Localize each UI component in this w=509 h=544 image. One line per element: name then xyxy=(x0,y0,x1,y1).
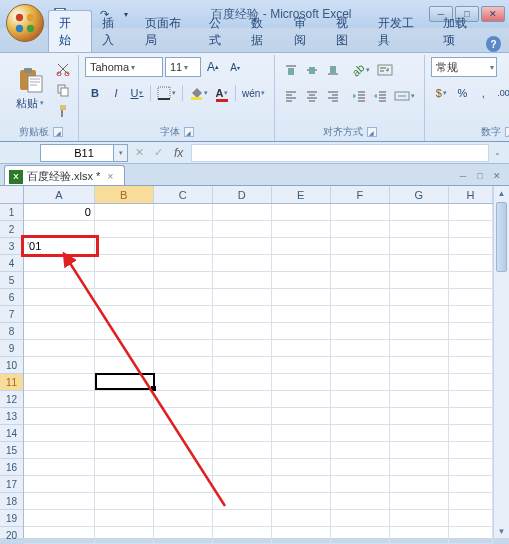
cell-G16[interactable] xyxy=(390,459,449,475)
cell-G1[interactable] xyxy=(390,204,449,220)
wb-minimize[interactable]: ─ xyxy=(455,169,471,183)
cell-H11[interactable] xyxy=(449,374,493,390)
cell-A11[interactable] xyxy=(24,374,95,390)
cell-H14[interactable] xyxy=(449,425,493,441)
increase-decimal-button[interactable]: .00→.0 xyxy=(494,83,509,103)
border-button[interactable]: ▾ xyxy=(154,83,179,103)
cell-G20[interactable] xyxy=(390,527,449,543)
tab-view[interactable]: 视图 xyxy=(326,11,368,52)
cell-G5[interactable] xyxy=(390,272,449,288)
cell-F4[interactable] xyxy=(331,255,390,271)
wb-close[interactable]: ✕ xyxy=(489,169,505,183)
cell-G10[interactable] xyxy=(390,357,449,373)
cell-H16[interactable] xyxy=(449,459,493,475)
cell-G2[interactable] xyxy=(390,221,449,237)
cell-H1[interactable] xyxy=(449,204,493,220)
cell-E20[interactable] xyxy=(272,527,331,543)
font-launcher[interactable]: ◢ xyxy=(184,127,194,137)
cell-A4[interactable] xyxy=(24,255,95,271)
cell-C17[interactable] xyxy=(154,476,213,492)
cell-B12[interactable] xyxy=(95,391,154,407)
scroll-up-arrow[interactable]: ▲ xyxy=(494,186,509,200)
cell-G12[interactable] xyxy=(390,391,449,407)
orientation-button[interactable]: ab▾ xyxy=(349,60,372,80)
cell-E18[interactable] xyxy=(272,493,331,509)
cell-H4[interactable] xyxy=(449,255,493,271)
cell-F8[interactable] xyxy=(331,323,390,339)
col-header-A[interactable]: A xyxy=(24,186,95,203)
underline-button[interactable]: U▾ xyxy=(127,83,147,103)
cell-G11[interactable] xyxy=(390,374,449,390)
wrap-text-button[interactable] xyxy=(374,60,396,80)
cell-H20[interactable] xyxy=(449,527,493,543)
row-header-10[interactable]: 10 xyxy=(0,357,23,374)
number-launcher[interactable]: ◢ xyxy=(505,127,509,137)
cell-D6[interactable] xyxy=(213,289,272,305)
align-left-button[interactable] xyxy=(281,86,301,106)
row-header-2[interactable]: 2 xyxy=(0,221,23,238)
cell-F16[interactable] xyxy=(331,459,390,475)
cell-E8[interactable] xyxy=(272,323,331,339)
cell-B6[interactable] xyxy=(95,289,154,305)
enter-formula-button[interactable]: ✓ xyxy=(151,143,166,163)
cell-C20[interactable] xyxy=(154,527,213,543)
formula-input[interactable] xyxy=(191,144,489,162)
tab-page-layout[interactable]: 页面布局 xyxy=(135,11,200,52)
cell-F1[interactable] xyxy=(331,204,390,220)
cell-C10[interactable] xyxy=(154,357,213,373)
cell-C19[interactable] xyxy=(154,510,213,526)
cell-A5[interactable] xyxy=(24,272,95,288)
cell-D10[interactable] xyxy=(213,357,272,373)
cell-D7[interactable] xyxy=(213,306,272,322)
cell-H13[interactable] xyxy=(449,408,493,424)
cell-B5[interactable] xyxy=(95,272,154,288)
vertical-scrollbar[interactable]: ▲ ▼ xyxy=(493,186,509,538)
row-header-11[interactable]: 11 xyxy=(0,374,23,391)
row-header-8[interactable]: 8 xyxy=(0,323,23,340)
row-header-20[interactable]: 20 xyxy=(0,527,23,544)
row-header-14[interactable]: 14 xyxy=(0,425,23,442)
cell-B7[interactable] xyxy=(95,306,154,322)
cell-E14[interactable] xyxy=(272,425,331,441)
italic-button[interactable]: I xyxy=(106,83,126,103)
grow-font-button[interactable]: A▴ xyxy=(203,57,223,77)
cell-A1[interactable]: 0 xyxy=(24,204,95,220)
cell-D13[interactable] xyxy=(213,408,272,424)
cell-D16[interactable] xyxy=(213,459,272,475)
cell-C13[interactable] xyxy=(154,408,213,424)
cell-H10[interactable] xyxy=(449,357,493,373)
comma-button[interactable]: , xyxy=(473,83,493,103)
fx-icon[interactable]: fx xyxy=(170,146,187,160)
cell-F19[interactable] xyxy=(331,510,390,526)
cell-B16[interactable] xyxy=(95,459,154,475)
cell-F11[interactable] xyxy=(331,374,390,390)
cell-H8[interactable] xyxy=(449,323,493,339)
cell-H6[interactable] xyxy=(449,289,493,305)
cell-D18[interactable] xyxy=(213,493,272,509)
cell-A12[interactable] xyxy=(24,391,95,407)
workbook-tab-close[interactable]: × xyxy=(104,171,116,183)
cell-C9[interactable] xyxy=(154,340,213,356)
cell-B9[interactable] xyxy=(95,340,154,356)
align-launcher[interactable]: ◢ xyxy=(367,127,377,137)
scroll-thumb[interactable] xyxy=(496,202,507,272)
cell-A13[interactable] xyxy=(24,408,95,424)
cell-D11[interactable] xyxy=(213,374,272,390)
row-header-6[interactable]: 6 xyxy=(0,289,23,306)
cell-B18[interactable] xyxy=(95,493,154,509)
cell-E15[interactable] xyxy=(272,442,331,458)
cell-A7[interactable] xyxy=(24,306,95,322)
help-icon[interactable]: ? xyxy=(486,36,501,52)
cell-A17[interactable] xyxy=(24,476,95,492)
cell-D15[interactable] xyxy=(213,442,272,458)
cell-G15[interactable] xyxy=(390,442,449,458)
cell-C8[interactable] xyxy=(154,323,213,339)
cell-D3[interactable] xyxy=(213,238,272,254)
cell-H9[interactable] xyxy=(449,340,493,356)
cell-G18[interactable] xyxy=(390,493,449,509)
cell-D12[interactable] xyxy=(213,391,272,407)
row-header-4[interactable]: 4 xyxy=(0,255,23,272)
cell-H17[interactable] xyxy=(449,476,493,492)
cell-G4[interactable] xyxy=(390,255,449,271)
row-header-13[interactable]: 13 xyxy=(0,408,23,425)
